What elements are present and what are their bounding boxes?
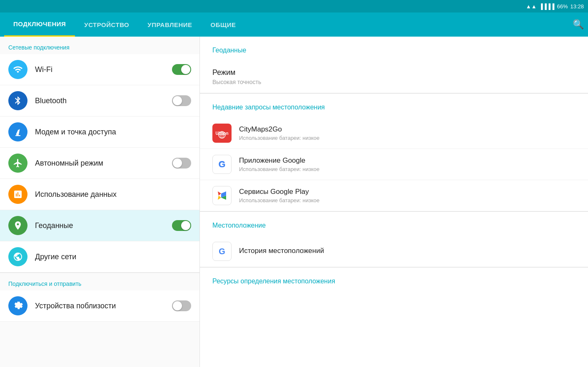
bluetooth-toggle[interactable] [172,95,191,106]
airplane-toggle[interactable] [172,158,191,169]
geo-label: Геоданные [35,221,172,230]
menu-item-data[interactable]: Использование данных [0,179,199,210]
main-layout: Сетевые подключения Wi-Fi Bluetooth Моде… [0,37,588,367]
menu-item-modem[interactable]: Модем и точка доступа [0,117,199,148]
google-app-icon: G G [212,155,232,174]
connect-share-header: Подключиться и отправить [0,273,199,290]
wifi-status-icon: ▲▲ [526,3,537,10]
menu-item-other[interactable]: Другие сети [0,241,199,273]
geodata-main-title: Геоданные [200,37,588,61]
search-icon[interactable]: 🔍 [573,19,584,30]
status-bar: ▲▲ ▐▐▐▐ 66% 13:28 [0,0,588,12]
menu-item-geo[interactable]: Геоданные [0,210,199,241]
modem-label: Модем и точка доступа [35,128,191,136]
signal-status-icon: ▐▐▐▐ [539,3,555,10]
menu-item-airplane[interactable]: Автономный режим [0,148,199,179]
modem-icon [8,122,27,141]
wifi-toggle[interactable] [172,64,191,75]
recent-requests-title: Недавние запросы местоположения [200,94,588,118]
gplay-info: Сервисы Google Play Использование батаре… [239,188,576,203]
tab-general[interactable]: ОБЩИЕ [202,12,245,37]
right-panel: Геоданные Режим Высокая точность Недавни… [200,37,588,367]
top-nav: ПОДКЛЮЧЕНИЯ УСТРОЙСТВО УПРАВЛЕНИЕ ОБЩИЕ … [0,12,588,37]
mode-item[interactable]: Режим Высокая точность [200,61,588,93]
geo-toggle[interactable] [172,220,191,231]
bluetooth-label: Bluetooth [35,97,172,105]
other-label: Другие сети [35,253,191,261]
other-icon [8,247,27,266]
menu-item-bluetooth[interactable]: Bluetooth [0,85,199,117]
menu-item-nearby[interactable]: Устройства поблизости [0,290,199,322]
app-item-google[interactable]: G G Приложение Google Использование бата… [200,149,588,180]
tab-connections[interactable]: ПОДКЛЮЧЕНИЯ [4,12,75,37]
tab-device[interactable]: УСТРОЙСТВО [75,12,138,37]
network-section-header: Сетевые подключения [0,37,199,54]
gplay-sub: Использование батареи: низкое [239,197,576,203]
wifi-icon [8,60,27,79]
location-history-name: История местоположений [239,247,576,255]
gplay-icon [212,186,232,205]
citymaps-name: CityMaps2Go [239,125,576,134]
battery-level: 66% [557,3,568,10]
nearby-toggle[interactable] [172,300,191,311]
nearby-icon [8,296,27,315]
location-history-info: История местоположений [239,247,576,256]
google-app-name: Приложение Google [239,156,576,165]
bluetooth-icon [8,91,27,110]
svg-text:G: G [219,247,225,256]
data-label: Использование данных [35,190,191,199]
app-item-citymaps[interactable]: Ulmon CityMaps2Go Использование батареи:… [200,118,588,149]
svg-text:G: G [219,160,225,169]
clock: 13:28 [570,3,584,10]
citymaps-info: CityMaps2Go Использование батареи: низко… [239,125,576,141]
wifi-label: Wi-Fi [35,65,172,74]
tab-management[interactable]: УПРАВЛЕНИЕ [138,12,201,37]
google-app-info: Приложение Google Использование батареи:… [239,156,576,172]
google-app-sub: Использование батареи: низкое [239,166,576,172]
airplane-label: Автономный режим [35,159,172,168]
menu-item-wifi[interactable]: Wi-Fi [0,54,199,85]
citymaps-sub: Использование батареи: низкое [239,135,576,141]
nearby-label: Устройства поблизости [35,302,172,310]
citymaps-icon: Ulmon [212,124,232,143]
airplane-icon [8,154,27,173]
gplay-name: Сервисы Google Play [239,188,576,196]
location-history-icon: G [212,242,232,261]
geo-icon [8,216,27,235]
left-panel: Сетевые подключения Wi-Fi Bluetooth Моде… [0,37,200,367]
resources-section-title: Ресурсы определения местоположения [200,268,588,292]
app-item-location-history[interactable]: G История местоположений [200,236,588,267]
data-icon [8,185,27,204]
app-item-gplay[interactable]: Сервисы Google Play Использование батаре… [200,180,588,211]
mode-title: Режим [212,68,576,77]
mode-subtitle: Высокая точность [212,79,576,85]
location-section-title: Местоположение [200,212,588,236]
